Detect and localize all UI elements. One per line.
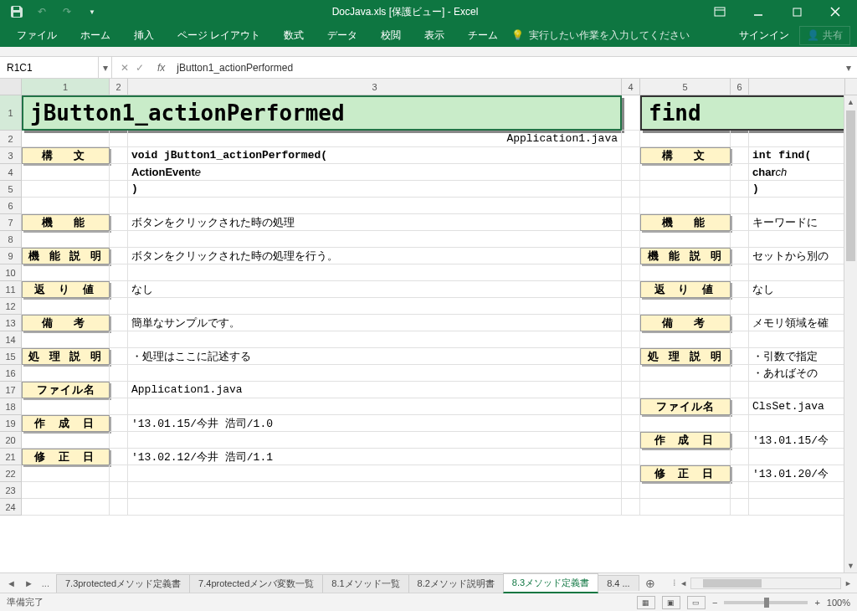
cell[interactable]: ) xyxy=(128,181,622,198)
cancel-formula-icon[interactable]: ✕ xyxy=(121,62,129,74)
label-shori[interactable]: 処 理 説 明 xyxy=(22,348,110,365)
view-normal-icon[interactable]: ▦ xyxy=(637,596,655,609)
horizontal-scrollbar[interactable] xyxy=(690,578,841,589)
cell[interactable]: なし xyxy=(128,281,622,298)
label-file[interactable]: ファイル名 xyxy=(22,382,110,398)
cell[interactable]: ・処理はここに記述する xyxy=(128,348,622,365)
cell[interactable]: セットから別の xyxy=(749,248,845,264)
row-header[interactable]: 13 xyxy=(0,315,22,331)
tab-team[interactable]: チーム xyxy=(458,25,508,46)
zoom-slider-thumb[interactable] xyxy=(764,598,769,608)
undo-icon[interactable]: ↶ xyxy=(32,2,52,22)
cell[interactable]: ActionEvent e xyxy=(128,164,622,181)
sheet-tab-active[interactable]: 8.3メソッド定義書 xyxy=(503,573,598,593)
enter-formula-icon[interactable]: ✓ xyxy=(136,62,144,74)
sheet-tab[interactable]: 7.3protectedメソッド定義書 xyxy=(56,574,190,593)
cell[interactable]: ボタンをクリックされた時の処理を行う。 xyxy=(128,248,622,264)
spreadsheet-grid[interactable]: 1 2 3 4 5 6 1 2 3 4 5 6 7 8 9 10 11 12 1… xyxy=(0,79,857,572)
cell[interactable]: '13.02.12/今井 浩司/1.1 xyxy=(128,449,622,465)
tab-nav-next-icon[interactable]: ► xyxy=(21,577,37,590)
cell[interactable]: ) xyxy=(749,181,845,198)
cell[interactable]: なし xyxy=(749,281,845,298)
label-sakusei[interactable]: 作 成 日 xyxy=(22,415,110,432)
label-shori-2[interactable]: 処 理 説 明 xyxy=(640,348,731,365)
label-bikou[interactable]: 備 考 xyxy=(22,315,110,331)
row-header[interactable]: 15 xyxy=(0,348,22,365)
cell[interactable]: char ch xyxy=(749,164,845,181)
col-header-1[interactable]: 1 xyxy=(22,79,110,95)
sheet-tab[interactable]: 8.2メソッド説明書 xyxy=(408,574,504,593)
cell[interactable]: ・あればその xyxy=(749,365,845,382)
label-sakusei-2[interactable]: 作 成 日 xyxy=(640,432,731,449)
row-header[interactable]: 4 xyxy=(0,164,22,181)
row-header[interactable]: 14 xyxy=(0,331,22,348)
label-kobun[interactable]: 構 文 xyxy=(22,147,110,164)
cell[interactable]: 簡単なサンプルです。 xyxy=(128,315,622,331)
row-header[interactable]: 6 xyxy=(0,198,22,214)
zoom-in-icon[interactable]: + xyxy=(814,598,819,608)
vertical-scrollbar[interactable]: ▲ ▼ xyxy=(844,95,857,572)
col-header-6[interactable]: 6 xyxy=(731,79,749,95)
row-header[interactable]: 12 xyxy=(0,298,22,315)
qat-dropdown-icon[interactable]: ▼ xyxy=(82,2,102,22)
hscroll-left-icon[interactable]: ◄ xyxy=(680,579,687,588)
row-header[interactable]: 2 xyxy=(0,131,22,147)
row-header[interactable]: 10 xyxy=(0,264,22,281)
tab-home[interactable]: ホーム xyxy=(70,25,121,46)
maximize-icon[interactable] xyxy=(778,0,815,23)
label-kinou-2[interactable]: 機 能 xyxy=(640,214,731,231)
tab-insert[interactable]: 挿入 xyxy=(124,25,164,46)
tab-split-handle[interactable]: ⁞ xyxy=(673,578,676,588)
signin-link[interactable]: サインイン xyxy=(739,28,789,43)
row-header[interactable]: 20 xyxy=(0,432,22,449)
col-header-7[interactable] xyxy=(749,79,845,95)
sheet-tab[interactable]: 8.4 ... xyxy=(598,575,639,591)
redo-icon[interactable]: ↷ xyxy=(57,2,77,22)
cell[interactable]: '13.01.15/今 xyxy=(749,432,845,449)
formula-input[interactable]: jButton1_actionPerformed xyxy=(170,62,840,74)
row-header[interactable]: 19 xyxy=(0,415,22,432)
ribbon-display-icon[interactable] xyxy=(701,0,738,23)
label-kaerichi[interactable]: 返 り 値 xyxy=(22,281,110,298)
cell[interactable]: Application1.java xyxy=(128,131,622,147)
view-pagelayout-icon[interactable]: ▣ xyxy=(662,596,680,609)
row-header[interactable]: 5 xyxy=(0,181,22,198)
cell-r1c1-title[interactable]: jButton1_actionPerformed xyxy=(22,95,622,131)
cell[interactable]: '13.01.20/今 xyxy=(749,465,845,482)
cell[interactable]: int find( xyxy=(749,147,845,164)
cells-area[interactable]: jButton1_actionPerformed find Applicatio… xyxy=(22,95,857,516)
label-file-2[interactable]: ファイル名 xyxy=(640,398,731,415)
cell[interactable]: '13.01.15/今井 浩司/1.0 xyxy=(128,415,622,432)
tab-review[interactable]: 校閲 xyxy=(371,25,411,46)
label-shusei[interactable]: 修 正 日 xyxy=(22,449,110,465)
tab-formulas[interactable]: 数式 xyxy=(274,25,314,46)
col-header-3[interactable]: 3 xyxy=(128,79,622,95)
select-all-button[interactable] xyxy=(0,79,22,95)
hscroll-right-icon[interactable]: ► xyxy=(844,579,852,588)
zoom-out-icon[interactable]: − xyxy=(712,598,717,608)
save-icon[interactable] xyxy=(7,2,27,22)
col-header-5[interactable]: 5 xyxy=(640,79,731,95)
cell-r1c5-title[interactable]: find xyxy=(640,95,845,131)
fx-icon[interactable]: fx xyxy=(152,62,170,74)
cell[interactable]: ボタンをクリックされた時の処理 xyxy=(128,214,622,231)
row-header[interactable]: 17 xyxy=(0,382,22,398)
tab-pagelayout[interactable]: ページ レイアウト xyxy=(167,25,270,46)
cell[interactable]: Application1.java xyxy=(128,382,622,398)
tab-data[interactable]: データ xyxy=(317,25,367,46)
row-header[interactable]: 7 xyxy=(0,214,22,231)
row-header[interactable]: 8 xyxy=(0,231,22,248)
label-kobun-2[interactable]: 構 文 xyxy=(640,147,731,164)
label-bikou-2[interactable]: 備 考 xyxy=(640,315,731,331)
cell[interactable]: ・引数で指定 xyxy=(749,348,845,365)
cell[interactable]: キーワードに xyxy=(749,214,845,231)
col-header-4[interactable]: 4 xyxy=(622,79,640,95)
row-header[interactable]: 9 xyxy=(0,248,22,264)
sheet-tab[interactable]: 8.1メソッド一覧 xyxy=(322,574,408,593)
tab-nav-prev-icon[interactable]: ◄ xyxy=(3,577,19,590)
tab-view[interactable]: 表示 xyxy=(414,25,454,46)
add-sheet-icon[interactable]: ⊕ xyxy=(639,575,662,592)
row-header[interactable]: 18 xyxy=(0,398,22,415)
view-pagebreak-icon[interactable]: ▭ xyxy=(687,596,706,609)
row-header[interactable]: 23 xyxy=(0,482,22,499)
